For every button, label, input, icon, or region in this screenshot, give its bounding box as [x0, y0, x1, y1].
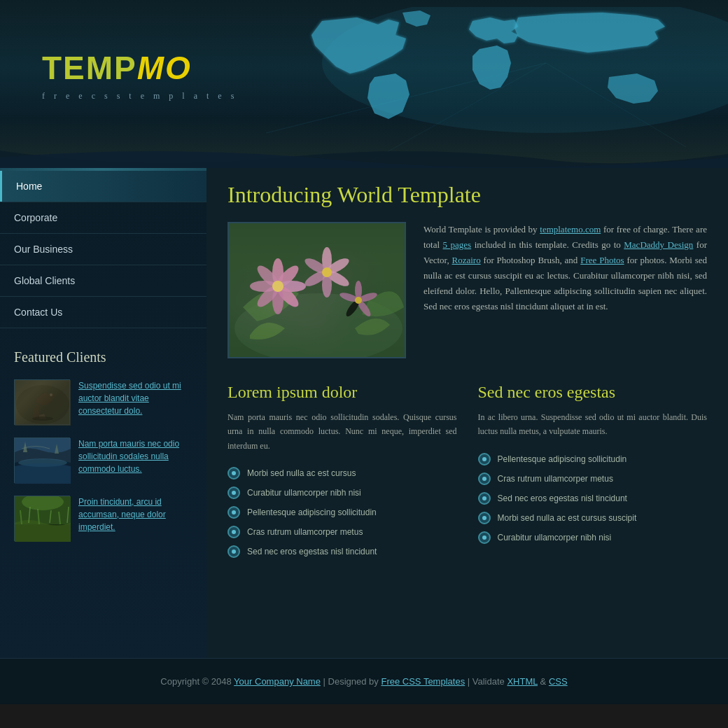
col-right-title: Sed nec eros egestas	[478, 383, 708, 402]
bullet-text: Morbi sed nulla ac est cursus suscipit	[498, 513, 637, 523]
footer-template-link[interactable]: Free CSS Templates	[381, 676, 465, 687]
bullet-icon	[227, 506, 240, 519]
bullet-text: Sed nec eros egestas nisl tincidunt	[498, 493, 627, 503]
freePhotos-link[interactable]: Free Photos	[580, 255, 624, 265]
bullet-item: Morbi sed nulla ac est cursus	[227, 463, 457, 483]
footer-validate: | Validate	[468, 676, 505, 687]
header-wave-icon	[0, 136, 728, 168]
logo: TEMPMO f r e e c s s t e m p l a t e s	[42, 49, 237, 102]
main-content: Introducing World Template	[206, 168, 728, 658]
nav-link-global-clients[interactable]: Global Clients	[0, 265, 206, 296]
bullet-item: Cras rutrum ullamcorper metus	[478, 469, 708, 489]
bullet-text: Pellentesque adipiscing sollicitudin	[247, 507, 377, 517]
bullet-icon	[478, 472, 491, 485]
featured-link-2[interactable]: Nam porta mauris nec odio sollicitudin s…	[78, 438, 192, 475]
logo-mo-text: MO	[137, 50, 192, 86]
bullet-text: Cras rutrum ullamcorper metus	[498, 474, 613, 484]
nav-menu: Home Corporate Our Business Global Clien…	[0, 171, 206, 328]
featured-item-2: Nam porta mauris nec odio sollicitudin s…	[14, 438, 192, 483]
col-left: Lorem ipsum dolor Nam porta mauris nec o…	[227, 383, 457, 561]
featured-link-3[interactable]: Proin tincidunt, arcu id accumsan, neque…	[78, 496, 192, 533]
bullet-icon	[227, 467, 240, 479]
svg-point-42	[355, 297, 362, 304]
intro-image	[227, 222, 406, 358]
bullet-icon	[227, 526, 240, 538]
svg-point-7	[32, 416, 53, 421]
bullet-item: Cras rutrum ullamcorper metus	[227, 522, 457, 542]
bullet-icon	[227, 545, 240, 558]
footer-designed-by: | Designed by	[323, 676, 379, 687]
bullet-item: Morbi sed nulla ac est cursus suscipit	[478, 508, 708, 528]
bullet-item: Sed nec eros egestas nisl tincidunt	[478, 489, 708, 508]
footer-css-link[interactable]: CSS	[549, 676, 568, 687]
page-title: Introducing World Template	[227, 182, 707, 208]
footer-xhtml-link[interactable]: XHTML	[507, 676, 538, 687]
intro-section: World Template is provided by templatemo…	[227, 222, 707, 358]
bullet-icon	[478, 453, 491, 465]
bullet-text: Pellentesque adipiscing sollicitudin	[498, 454, 627, 464]
nav-link-home[interactable]: Home	[0, 171, 206, 202]
svg-point-36	[322, 267, 332, 277]
logo-subtitle: f r e e c s s t e m p l a t e s	[42, 91, 237, 102]
sidebar: Home Corporate Our Business Global Clien…	[0, 168, 206, 658]
featured-section: Featured Clients	[0, 328, 206, 568]
bullet-item: Pellentesque adipiscing sollicitudin	[227, 503, 457, 522]
rozairo-link[interactable]: Rozairo	[452, 255, 481, 265]
bullet-text: Sed nec eros egestas nisl tincidunt	[247, 547, 377, 556]
bullet-icon	[478, 492, 491, 505]
logo-temp-text: TEMP	[42, 50, 137, 86]
footer: Copyright © 2048 Your Company Name | Des…	[0, 658, 728, 704]
nav-item-contact[interactable]: Contact Us	[0, 297, 206, 328]
featured-item-1: Suspendisse sed odio ut mi auctor blandi…	[14, 379, 192, 425]
bullet-item: Curabitur ullamcorper nibh nisi	[227, 483, 457, 503]
nav-link-contact[interactable]: Contact Us	[0, 297, 206, 328]
bullet-item: Curabitur ullamcorper nibh nisi	[478, 528, 708, 547]
col-right-text: In ac libero urna. Suspendisse sed odio …	[478, 410, 708, 439]
featured-thumb-1	[14, 379, 70, 425]
col-left-bullets: Morbi sed nulla ac est cursus Curabitur …	[227, 463, 457, 561]
bullet-item: Sed nec eros egestas nisl tincidunt	[227, 542, 457, 561]
bullet-text: Curabitur ullamcorper nibh nisi	[498, 533, 612, 542]
macDaddy-link[interactable]: MacDaddy Design	[624, 239, 693, 250]
svg-point-6	[50, 393, 52, 396]
header: TEMPMO f r e e c s s t e m p l a t e s	[0, 0, 728, 168]
svg-point-29	[272, 281, 284, 292]
col-left-text: Nam porta mauris nec odio sollicitudin s…	[227, 410, 457, 453]
col-right-bullets: Pellentesque adipiscing sollicitudin Cra…	[478, 449, 708, 547]
col-right: Sed nec eros egestas In ac libero urna. …	[478, 383, 708, 561]
bullet-text: Cras rutrum ullamcorper metus	[247, 527, 363, 537]
two-col-section: Lorem ipsum dolor Nam porta mauris nec o…	[227, 383, 707, 561]
featured-item-3: Proin tincidunt, arcu id accumsan, neque…	[14, 496, 192, 541]
intro-text: World Template is provided by templatemo…	[424, 222, 707, 358]
featured-link-1[interactable]: Suspendisse sed odio ut mi auctor blandi…	[78, 379, 192, 417]
pages-link[interactable]: 5 pages	[443, 239, 472, 250]
bullet-item: Pellentesque adipiscing sollicitudin	[478, 449, 708, 469]
bullet-text: Curabitur ullamcorper nibh nisi	[247, 488, 361, 498]
featured-thumb-3	[14, 496, 70, 541]
nav-link-corporate[interactable]: Corporate	[0, 202, 206, 233]
bullet-icon	[478, 531, 491, 544]
footer-company-link[interactable]: Your Company Name	[234, 676, 321, 687]
bullet-icon	[478, 512, 491, 524]
nav-item-home[interactable]: Home	[0, 171, 206, 202]
content-wrapper: Home Corporate Our Business Global Clien…	[0, 168, 728, 658]
footer-copyright: Copyright © 2048	[160, 676, 231, 687]
featured-thumb-2	[14, 438, 70, 483]
bullet-text: Morbi sed nulla ac est cursus	[247, 468, 356, 478]
logo-title: TEMPMO	[42, 49, 237, 87]
templatemo-link[interactable]: templatemo.com	[540, 224, 601, 234]
featured-title: Featured Clients	[14, 349, 192, 365]
nav-item-global-clients[interactable]: Global Clients	[0, 265, 206, 297]
footer-and: &	[540, 676, 547, 687]
col-left-title: Lorem ipsum dolor	[227, 383, 457, 402]
nav-link-our-business[interactable]: Our Business	[0, 234, 206, 265]
nav-item-our-business[interactable]: Our Business	[0, 234, 206, 265]
bullet-icon	[227, 486, 240, 499]
nav-item-corporate[interactable]: Corporate	[0, 202, 206, 234]
